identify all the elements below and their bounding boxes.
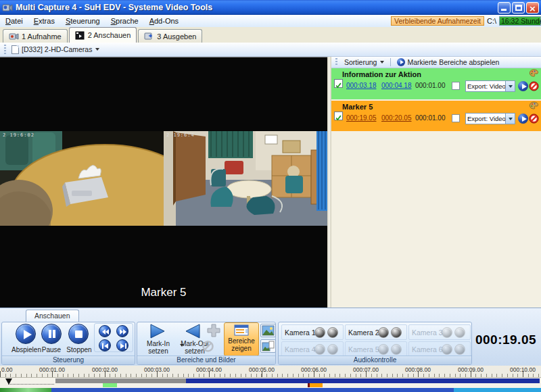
volume-knob[interactable] xyxy=(378,327,389,338)
select-dropdown-button[interactable] xyxy=(505,81,515,91)
rewind-button[interactable] xyxy=(99,325,111,337)
marker-enabled-checkbox[interactable] xyxy=(334,112,343,120)
marker-duration: 000:01.00 xyxy=(415,82,446,89)
tab-anschauen-label: 2 Anschauen xyxy=(88,31,131,39)
volume-knob[interactable] xyxy=(391,327,402,338)
volume-knob[interactable] xyxy=(327,327,338,338)
menu-datei[interactable]: Datei xyxy=(0,16,28,26)
skip-to-end-button[interactable] xyxy=(116,339,128,351)
fast-forward-icon xyxy=(119,328,127,335)
toolbar-grip[interactable] xyxy=(4,45,6,54)
minimize-button[interactable] xyxy=(498,2,511,14)
skip-to-start-button[interactable] xyxy=(99,339,111,351)
marker-play-button[interactable] xyxy=(518,114,528,124)
tab-aufnahme[interactable]: 1 Aufnahme xyxy=(3,29,68,43)
menu-addons[interactable]: Add-Ons xyxy=(144,16,184,26)
tab-aufnahme-label: 1 Aufnahme xyxy=(22,32,62,41)
volume-knob-disabled xyxy=(442,344,452,355)
audio-camera-4: Kamera 4 xyxy=(281,341,344,357)
marker-start-time-link[interactable]: 000:19.05 xyxy=(346,114,377,122)
marker-cancel-button[interactable] xyxy=(529,81,539,91)
ruler-label: 000:08.00 xyxy=(405,366,431,373)
recorded-segment-grey[interactable] xyxy=(55,378,186,383)
marker-segment-green[interactable] xyxy=(103,383,117,387)
strip-segment-navy xyxy=(51,388,454,392)
volume-knob[interactable] xyxy=(314,327,325,338)
camera-source-icon xyxy=(11,45,19,54)
snapshot-image-button[interactable] xyxy=(260,324,276,337)
tab-ausgeben-label: 3 Ausgeben xyxy=(157,32,196,41)
play-button[interactable] xyxy=(16,324,36,344)
control-ribbon: Anschauen Abspielen Pause Stoppen Steuer… xyxy=(0,308,541,366)
sort-button[interactable]: Sortierung xyxy=(340,57,388,68)
add-region-button-disabled xyxy=(207,324,220,337)
toolbar-grip[interactable] xyxy=(335,58,337,66)
camera-6-label: Kamera 6 xyxy=(409,345,442,353)
marker-start-time-link[interactable]: 000:03.18 xyxy=(346,82,377,89)
recorded-segment-blue[interactable] xyxy=(186,378,540,383)
marker-segment-orange[interactable] xyxy=(308,383,323,387)
check-icon xyxy=(335,114,342,122)
camera-4-label: Kamera 4 xyxy=(282,345,314,353)
menu-steuerung[interactable]: Steuerung xyxy=(60,16,105,26)
menu-extras[interactable]: Extras xyxy=(28,16,60,26)
stop-icon xyxy=(75,330,83,338)
group-label-audio: Audiokontrolle xyxy=(279,356,471,364)
color-palette-icon[interactable] xyxy=(529,69,539,77)
marker-panel-toolbar: Sortierung Markierte Bereiche abspielen xyxy=(331,57,541,68)
tab-ausgeben[interactable]: 3 Ausgeben xyxy=(138,29,202,43)
remaining-time-value: 16:32 Stunde xyxy=(499,16,541,26)
snapshot-document-button[interactable] xyxy=(260,339,276,353)
marker-option-checkbox[interactable] xyxy=(452,82,460,90)
camera-toolbar: [D332] 2-HD-Cameras xyxy=(0,43,541,57)
mark-in-label[interactable]: Mark-In setzen xyxy=(139,340,178,355)
timeline-ruler[interactable]: 0.00 000:01.00 000:02.00 000:03.00 000:0… xyxy=(0,366,541,378)
window-title: Multi Capture 4 - SuH EDV - Systeme Vide… xyxy=(16,3,212,12)
camera-1-frame xyxy=(0,131,164,226)
play-icon xyxy=(24,330,32,339)
group-audiokontrolle: Kamera 1 Kamera 2 Kamera 3 Kamera 4 Kame xyxy=(278,322,472,365)
camera-1-timestamp: 2 19:6:02 xyxy=(3,132,34,138)
color-palette-icon[interactable] xyxy=(529,101,539,109)
tab-anschauen[interactable]: 2 Anschauen xyxy=(69,27,137,43)
chevron-down-icon[interactable] xyxy=(95,48,99,51)
selection-dotted-region xyxy=(8,379,54,385)
export-target-select[interactable]: Export: Video 1 xyxy=(465,80,515,92)
group-bereiche-bilder: Mark-In setzen Mark-Out setzen Be xyxy=(137,322,276,365)
application-window: Multi Capture 4 - SuH EDV - Systeme Vide… xyxy=(0,0,541,392)
marker-end-time-link[interactable]: 000:20.05 xyxy=(381,114,412,122)
strip-segment-cyan xyxy=(454,388,541,392)
view-icon xyxy=(75,31,85,40)
pause-button[interactable] xyxy=(41,324,62,344)
select-dropdown-button[interactable] xyxy=(505,114,515,124)
marker-row-information[interactable]: Information zur Aktion 000:03.18 000:04.… xyxy=(331,68,541,99)
fast-forward-button[interactable] xyxy=(116,325,128,337)
record-icon xyxy=(9,32,19,41)
camera-selector[interactable]: [D332] 2-HD-Cameras xyxy=(22,45,92,53)
close-button[interactable]: × xyxy=(526,2,539,14)
timeline-track[interactable] xyxy=(0,378,541,388)
show-regions-toggle[interactable]: Bereiche zeigen xyxy=(224,322,259,356)
stop-button[interactable] xyxy=(68,324,89,344)
ruler-label: 000:06.00 xyxy=(301,366,327,373)
maximize-button[interactable] xyxy=(512,2,525,14)
drive-label: C:\ xyxy=(487,17,496,25)
marker-option-checkbox[interactable] xyxy=(452,114,460,122)
marker-enabled-checkbox[interactable] xyxy=(334,79,343,88)
camera-5-label: Kamera 5 xyxy=(346,345,378,353)
marker-row-marker5[interactable]: Marker 5 000:19.05 000:20.05 000:01.00 E… xyxy=(331,100,541,131)
marker-cancel-button[interactable] xyxy=(529,114,539,124)
group-label-bereiche: Bereiche und Bilder xyxy=(137,356,275,364)
marker-end-time-link[interactable]: 000:04.18 xyxy=(381,82,412,89)
marker-play-button[interactable] xyxy=(518,81,528,91)
delete-region-button-disabled xyxy=(202,341,214,352)
transport-button-grid xyxy=(94,323,133,352)
camera-1-label: Kamera 1 xyxy=(282,328,314,337)
mark-out-button[interactable] xyxy=(185,324,201,339)
menu-sprache[interactable]: Sprache xyxy=(105,16,144,26)
export-target-select[interactable]: Export: Video 1 xyxy=(465,113,515,124)
video-viewport[interactable]: 2 19:6:02 2 19:6:4 Marker 5 xyxy=(0,57,327,308)
mark-in-button[interactable] xyxy=(149,324,166,339)
ribbon-tab-anschauen[interactable]: Anschauen xyxy=(26,310,79,322)
play-marked-button[interactable]: Markierte Bereiche abspielen xyxy=(393,57,503,68)
